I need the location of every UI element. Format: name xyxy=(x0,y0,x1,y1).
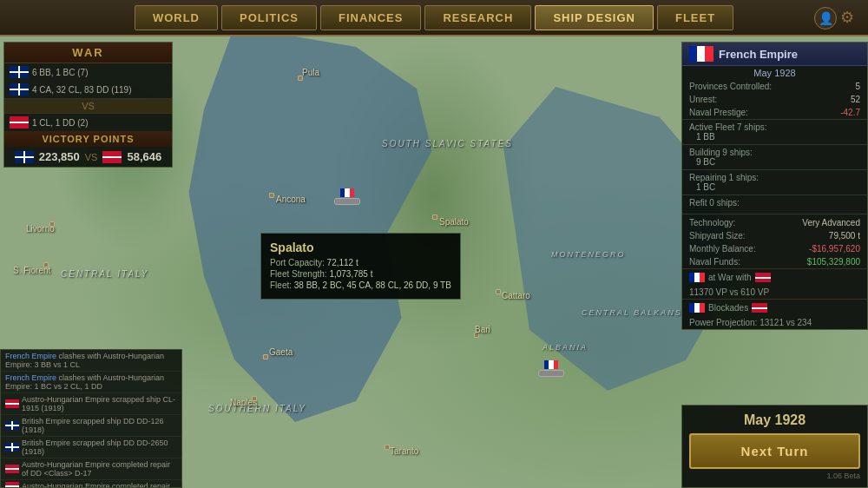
flag-uk-log4 xyxy=(5,443,19,452)
log-item-0: French Empire clashes with Austro-Hungar… xyxy=(1,350,181,372)
repairing-sub: 1 BC xyxy=(689,182,860,192)
profile-icon[interactable]: 👤 xyxy=(814,7,837,30)
flag-fr-blockade xyxy=(689,303,705,313)
log-item-5: Austro-Hungarian Empire completed repair… xyxy=(1,458,181,480)
side1-row2: 4 CA, 32 CL, 83 DD (119) xyxy=(4,81,172,98)
log-text-5: Austro-Hungarian Empire completed repair… xyxy=(22,460,177,478)
log-item-3: British Empire scrapped ship DD DD-126 (… xyxy=(1,415,181,437)
french-fleet-ancona xyxy=(334,188,360,205)
vp-row: 223,850 VS 58,646 xyxy=(4,147,172,167)
fleet-label: Fleet: xyxy=(270,280,292,290)
flag-austria xyxy=(10,116,29,129)
shipyard-label: Shipyard Size: xyxy=(689,231,745,241)
tooltip-fleet-strength: Fleet Strength: 1,073,785 t xyxy=(270,269,451,279)
prestige-value: -42.7 xyxy=(840,108,860,117)
monthly-balance-label: Monthly Balance: xyxy=(689,244,756,254)
settings-icon[interactable]: ⚙ xyxy=(840,8,861,29)
nav-ship-design[interactable]: SHIP DESIGN xyxy=(535,5,654,30)
log-item-6: Austro-Hungarian Empire completed repair xyxy=(1,480,181,488)
flag-au-blockade xyxy=(752,303,767,313)
port-spalato[interactable] xyxy=(432,214,437,220)
label-ancona: Ancona xyxy=(276,195,306,204)
repairing-section: Repairing 1 ships: 1 BC xyxy=(682,169,867,195)
shipyard-value: 79,500 t xyxy=(829,231,860,241)
tech-row: Technology: Very Advanced xyxy=(682,214,867,229)
nav-world[interactable]: WORLD xyxy=(135,5,218,30)
version-text: 1.06 Beta xyxy=(689,472,860,480)
provinces-row: Provinces Controlled: 5 xyxy=(682,80,867,93)
provinces-label: Provinces Controlled: xyxy=(689,82,772,91)
turn-date: May 1928 xyxy=(689,412,860,428)
building-section: Building 9 ships: 9 BC xyxy=(682,144,867,169)
log-item-4: British Empire scrapped ship DD DD-2650 … xyxy=(1,437,181,458)
empire-name: French Empire xyxy=(719,48,798,61)
at-war-vp: 11370 VP vs 610 VP xyxy=(682,286,867,299)
empire-date: May 1928 xyxy=(682,66,867,80)
unrest-row: Unrest: 52 xyxy=(682,93,867,106)
port-capacity-label: Port Capacity: xyxy=(270,258,325,267)
vp-vs: VS xyxy=(85,152,98,162)
next-turn-button[interactable]: Next Turn xyxy=(689,433,860,469)
flag-au-log5 xyxy=(5,465,19,473)
tooltip-fleet: Fleet: 38 BB, 2 BC, 45 CA, 88 CL, 26 DD,… xyxy=(270,280,451,290)
port-ancona[interactable] xyxy=(269,193,274,198)
blockades-label: Blockades xyxy=(708,303,748,313)
event-log: French Empire clashes with Austro-Hungar… xyxy=(0,349,182,488)
empire-flag xyxy=(689,46,713,62)
active-fleet-section: Active Fleet 7 ships: 1 BB xyxy=(682,119,867,144)
tooltip-port-capacity: Port Capacity: 72,112 t xyxy=(270,258,451,267)
side2-row1: 1 CL, 1 DD (2) xyxy=(4,114,172,131)
label-taranto: Taranto xyxy=(390,446,418,456)
vp-value-1: 223,850 xyxy=(39,150,80,163)
log-item-2: Austro-Hungarian Empire scrapped ship CL… xyxy=(1,393,181,415)
log-text-4: British Empire scrapped ship DD DD-2650 … xyxy=(22,439,177,456)
prestige-row: Naval Prestige: -42.7 xyxy=(682,106,867,119)
flag-fr-war xyxy=(689,273,705,282)
log-text-6: Austro-Hungarian Empire completed repair xyxy=(22,482,170,488)
log-link-1[interactable]: French Empire xyxy=(5,373,56,382)
provinces-value: 5 xyxy=(855,82,860,91)
french-fleet-south xyxy=(538,360,564,377)
nav-fleet[interactable]: FLEET xyxy=(657,5,733,30)
active-fleet-sub: 1 BB xyxy=(689,132,860,142)
unrest-label: Unrest: xyxy=(689,95,717,104)
flag-au-log6 xyxy=(5,482,19,488)
top-navigation: WORLD POLITICS FINANCES RESEARCH SHIP DE… xyxy=(0,0,868,36)
log-text-2: Austro-Hungarian Empire scrapped ship CL… xyxy=(22,395,177,412)
war-title: WAR xyxy=(4,43,172,63)
label-cattaro: Cattaro xyxy=(502,291,530,300)
label-pula: Pula xyxy=(302,68,319,77)
empire-header: French Empire xyxy=(682,43,867,66)
flag-uk-log3 xyxy=(5,421,19,430)
nav-research[interactable]: RESEARCH xyxy=(424,5,531,30)
log-link-0[interactable]: French Empire xyxy=(5,352,56,360)
naval-funds-label: Naval Funds: xyxy=(689,257,740,267)
nav-politics[interactable]: POLITICS xyxy=(221,5,317,30)
tech-label: Technology: xyxy=(689,218,735,228)
shipyard-row: Shipyard Size: 79,500 t xyxy=(682,229,867,242)
label-spalato: Spalato xyxy=(439,217,469,227)
label-livorno: Livorno xyxy=(26,224,55,234)
side1-ships-line2: 4 CA, 32 CL, 83 DD (119) xyxy=(32,85,132,95)
refit-section: Refit 0 ships: xyxy=(682,195,867,210)
active-fleet-label: Active Fleet 7 ships: xyxy=(689,122,766,132)
at-war-section: at War with xyxy=(682,268,867,286)
port-gaeta[interactable] xyxy=(263,354,268,359)
spalato-tooltip: Spalato Port Capacity: 72,112 t Fleet St… xyxy=(260,233,461,300)
flag-austria-vp xyxy=(102,151,122,163)
unrest-value: 52 xyxy=(851,95,860,104)
vs-divider: VS xyxy=(4,98,172,114)
label-gaeta: Gaeta xyxy=(269,347,293,357)
vp-value-2: 58,646 xyxy=(127,150,161,163)
refit-label: Refit 0 ships: xyxy=(689,198,740,208)
flag-au-log2 xyxy=(5,399,19,408)
log-text-3: British Empire scrapped ship DD DD-126 (… xyxy=(22,417,177,434)
port-cattaro[interactable] xyxy=(496,289,501,294)
side1-row1: 6 BB, 1 BC (7) xyxy=(4,63,172,81)
nav-finances[interactable]: FINANCES xyxy=(320,5,421,30)
label-bari: Bari xyxy=(475,325,490,334)
fleet-strength-value: 1,073,785 t xyxy=(329,269,372,279)
power-projection: Power Projection: 13121 vs 234 xyxy=(682,316,867,329)
empire-panel: French Empire May 1928 Provinces Control… xyxy=(681,42,868,330)
naval-funds-value: $105,329,800 xyxy=(807,257,860,267)
